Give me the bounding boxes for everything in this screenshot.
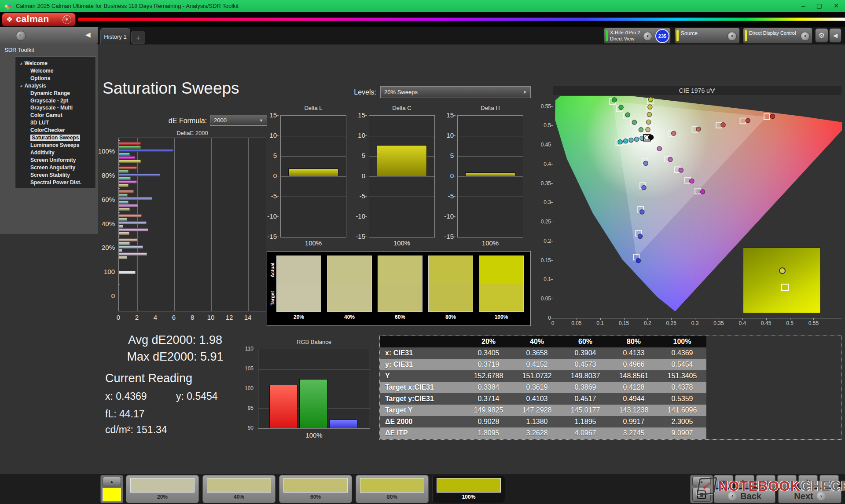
pattern-tile-60%[interactable]: 60% bbox=[279, 475, 352, 503]
table-row: y: CIE310.37190.41520.45730.49660.5454 bbox=[380, 359, 706, 370]
expand-up-icon[interactable]: ▲ bbox=[692, 477, 711, 486]
rgb-category-label: 100% bbox=[258, 431, 370, 439]
chevron-right-icon: › bbox=[817, 492, 826, 500]
table-row: Y152.6788151.0732149.8037148.8561151.340… bbox=[380, 370, 706, 382]
display-status-stripe bbox=[745, 30, 747, 41]
status-lamp-icon[interactable] bbox=[16, 31, 26, 41]
meter-dropdown[interactable]: X-Rite i1Pro 2 Direct View ▼ 235 bbox=[604, 28, 671, 44]
tree-item-grayscale-2pt[interactable]: Grayscale - 2pt bbox=[15, 97, 96, 105]
next-button[interactable]: Next › bbox=[778, 489, 841, 503]
divider bbox=[653, 29, 653, 42]
tree-item-options[interactable]: Options bbox=[15, 75, 96, 82]
current-pattern-swatch[interactable] bbox=[103, 488, 121, 501]
mini-tool-button-2[interactable]: ▶ bbox=[735, 475, 754, 488]
chevron-left-icon: ‹ bbox=[728, 492, 737, 500]
source-dropdown-arrow-icon[interactable]: ▼ bbox=[727, 32, 737, 41]
delta-l-chart: Delta L151050-5-10-15100% bbox=[263, 105, 346, 250]
rainbow-divider bbox=[78, 18, 845, 21]
actual-target-strip: ActualTarget20%40%60%80%100% bbox=[267, 251, 531, 326]
tree-item-dynamic-range[interactable]: Dynamic Range bbox=[15, 90, 96, 97]
table-row: ΔE ITP1.80953.26284.09673.27459.0907 bbox=[380, 427, 706, 439]
meter-badge[interactable]: 235 bbox=[655, 29, 669, 43]
tree-item-welcome[interactable]: Welcome bbox=[15, 67, 96, 75]
levels-value: 20% Sweeps bbox=[384, 89, 418, 95]
reading-fl: fL: 44.17 bbox=[105, 408, 145, 420]
stop-button[interactable] bbox=[692, 488, 711, 502]
compare-swatch-40% bbox=[327, 256, 372, 312]
sidebar-header: ◀ bbox=[0, 27, 98, 44]
mini-tool-button-5[interactable]: ↻ bbox=[798, 475, 818, 488]
mini-tool-button-4[interactable]: ∞ bbox=[777, 475, 797, 488]
display-dropdown-arrow-icon[interactable]: ▼ bbox=[801, 32, 810, 41]
app-icon bbox=[4, 3, 11, 10]
back-button[interactable]: ‹ Back bbox=[714, 489, 775, 503]
de-formula-dropdown[interactable]: 2000▼ bbox=[210, 115, 267, 126]
source-dropdown[interactable]: Source ▼ bbox=[675, 28, 740, 44]
pattern-tile-20%[interactable]: 20% bbox=[126, 475, 199, 503]
sidebar-title: SDR Toolkit bbox=[4, 47, 34, 53]
settings-button[interactable]: ⚙ bbox=[815, 28, 828, 43]
results-table: 20%40%60%80%100%x: CIE310.34050.36580.39… bbox=[380, 336, 706, 439]
reading-x: x: 0.4369 bbox=[105, 391, 147, 402]
close-icon[interactable]: ✕ bbox=[834, 0, 839, 12]
current-reading-heading: Current Reading bbox=[105, 372, 192, 385]
add-tab-button[interactable]: + bbox=[131, 31, 145, 44]
tree-item-colorchecker[interactable]: ColorChecker bbox=[15, 127, 96, 134]
calman-menu-button[interactable]: ❖ calman ▼ bbox=[2, 13, 76, 26]
de-formula-label: dE Formula: bbox=[132, 117, 207, 125]
rgb-balance-title: RGB Balance bbox=[258, 339, 370, 345]
deltae-y-labels: 100%80%60%40%20%1000 bbox=[81, 138, 117, 311]
tree-item-3d-lut[interactable]: 3D LUT bbox=[15, 119, 96, 127]
table-row: Target Y149.9825147.2928145.0177143.1238… bbox=[380, 405, 706, 416]
display-label: Direct Display Control bbox=[749, 30, 796, 36]
avg-de2000: Avg dE2000: 1.98 bbox=[103, 333, 248, 347]
maximize-icon[interactable]: ▢ bbox=[816, 0, 822, 12]
deltae-chart bbox=[118, 138, 266, 311]
mini-tool-button-1[interactable]: ▣ bbox=[714, 475, 733, 488]
table-row: Target y:CIE310.37140.41030.45170.49440.… bbox=[380, 393, 706, 405]
calman-menu-arrow-icon[interactable]: ▼ bbox=[62, 15, 71, 24]
tree-item-color-gamut[interactable]: Color Gamut bbox=[15, 112, 96, 119]
sidebar-collapse-icon[interactable]: ◀ bbox=[85, 31, 91, 39]
deltae-chart-title: DeltaE 2000 bbox=[118, 130, 266, 136]
delta-c-chart: Delta C151050-5-10-15100% bbox=[351, 105, 435, 250]
calman-logo-text: calman bbox=[16, 14, 49, 24]
chevron-left-icon: ◀ bbox=[833, 32, 838, 39]
toolbar-collapse-button[interactable]: ◀ bbox=[829, 28, 841, 43]
tree-item-analysis[interactable]: ◢Analysis bbox=[15, 82, 96, 90]
mini-tool-button-6[interactable]: ● bbox=[819, 475, 839, 488]
expand-up-icon[interactable]: ▲ bbox=[103, 477, 121, 486]
current-pattern-tile: ▲ bbox=[100, 475, 123, 503]
meter-name: X-Rite i1Pro 2 bbox=[610, 29, 640, 36]
pattern-tile-100%[interactable]: 100% bbox=[432, 475, 505, 503]
tree-item-welcome[interactable]: ◢Welcome bbox=[15, 60, 96, 67]
de-formula-value: 2000 bbox=[214, 117, 227, 124]
table-row: ΔE 20000.90281.13801.18950.99172.3005 bbox=[380, 416, 706, 427]
pattern-tile-80%[interactable]: 80% bbox=[356, 475, 429, 503]
table-row: x: CIE310.34050.36580.39040.41330.4369 bbox=[380, 347, 706, 359]
tree-item-grayscale-multi[interactable]: Grayscale - Multi bbox=[15, 104, 96, 112]
deltae-x-labels: 02468101214 bbox=[118, 314, 266, 321]
gear-icon: ⚙ bbox=[819, 31, 825, 40]
meter-mode: Direct View bbox=[610, 36, 640, 42]
compare-swatch-20% bbox=[276, 256, 321, 312]
pattern-tile-40%[interactable]: 40% bbox=[202, 475, 276, 503]
source-label: Source bbox=[681, 30, 698, 37]
back-label: Back bbox=[740, 491, 761, 501]
compare-swatch-80% bbox=[428, 256, 473, 312]
cie-x-labels: 00.050.10.150.20.250.30.350.40.450.50.55 bbox=[553, 320, 843, 327]
window-titlebar: Calman 2025 Calman Ultimate for Business… bbox=[0, 0, 845, 12]
cie-y-labels: 00.050.10.150.20.250.30.350.40.450.50.55 bbox=[527, 96, 551, 318]
tab-history-1[interactable]: History 1 bbox=[100, 28, 130, 44]
table-row: Target x:CIE310.33840.36190.38690.41280.… bbox=[380, 382, 706, 393]
logo-bar: ❖ calman ▼ bbox=[0, 12, 845, 27]
meter-dropdown-arrow-icon[interactable]: ▼ bbox=[643, 32, 652, 41]
levels-dropdown[interactable]: 20% Sweeps▼ bbox=[380, 86, 531, 98]
delta-h-chart: Delta H151050-5-10-15100% bbox=[440, 105, 523, 250]
display-control-dropdown[interactable]: Direct Display Control ▼ bbox=[743, 28, 812, 44]
capture-controls-tile: ▲ bbox=[690, 475, 713, 503]
minimize-icon[interactable]: – bbox=[801, 0, 805, 12]
calman-logo-icon: ❖ bbox=[6, 16, 13, 23]
mini-tool-button-3[interactable]: ▤ bbox=[756, 475, 775, 488]
calman-app: Calman 2025 Calman Ultimate for Business… bbox=[0, 0, 845, 504]
